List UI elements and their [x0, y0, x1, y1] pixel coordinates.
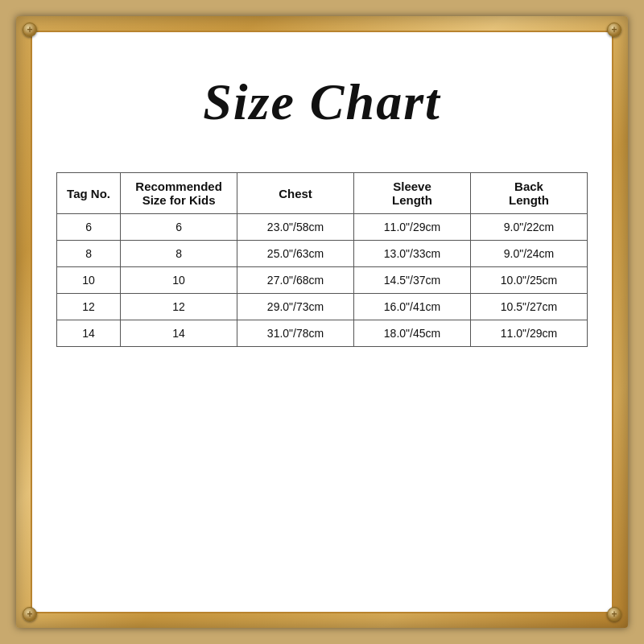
cell-chest: 23.0"/58cm [237, 214, 354, 241]
cell-tag: 14 [57, 320, 121, 347]
cell-recommended: 6 [121, 214, 237, 241]
cell-back: 10.5"/27cm [470, 294, 587, 320]
col-header-chest: Chest [237, 173, 354, 214]
content-area: Size Chart Tag No. Recommended Size for … [31, 31, 613, 613]
cell-tag: 6 [57, 214, 121, 241]
cell-sleeve: 16.0"/41cm [354, 294, 471, 320]
cell-tag: 8 [57, 241, 121, 267]
screw-bottom-right [607, 607, 621, 621]
screw-top-left [23, 23, 37, 37]
table-row: 8 8 25.0"/63cm 13.0"/33cm 9.0"/24cm [57, 241, 588, 267]
col-header-tag: Tag No. [57, 173, 121, 214]
cell-sleeve: 18.0"/45cm [354, 320, 471, 347]
table-row: 10 10 27.0"/68cm 14.5"/37cm 10.0"/25cm [57, 267, 588, 294]
screw-top-right [607, 23, 621, 37]
table-row: 6 6 23.0"/58cm 11.0"/29cm 9.0"/22cm [57, 214, 588, 241]
table-row: 12 12 29.0"/73cm 16.0"/41cm 10.5"/27cm [57, 294, 588, 320]
cell-recommended: 12 [121, 294, 237, 320]
cell-back: 9.0"/22cm [470, 214, 587, 241]
cell-chest: 31.0"/78cm [237, 320, 354, 347]
cell-recommended: 10 [121, 267, 237, 294]
cell-sleeve: 11.0"/29cm [354, 214, 471, 241]
cell-back: 9.0"/24cm [470, 241, 587, 267]
wooden-frame: Size Chart Tag No. Recommended Size for … [16, 16, 628, 628]
col-header-recommended: Recommended Size for Kids [121, 173, 237, 214]
table-row: 14 14 31.0"/78cm 18.0"/45cm 11.0"/29cm [57, 320, 588, 347]
cell-back: 10.0"/25cm [470, 267, 587, 294]
cell-recommended: 14 [121, 320, 237, 347]
cell-sleeve: 14.5"/37cm [354, 267, 471, 294]
cell-tag: 10 [57, 267, 121, 294]
cell-chest: 27.0"/68cm [237, 267, 354, 294]
page-title: Size Chart [203, 72, 441, 132]
cell-tag: 12 [57, 294, 121, 320]
cell-back: 11.0"/29cm [470, 320, 587, 347]
screw-bottom-left [23, 607, 37, 621]
cell-chest: 25.0"/63cm [237, 241, 354, 267]
cell-recommended: 8 [121, 241, 237, 267]
cell-chest: 29.0"/73cm [237, 294, 354, 320]
col-header-back: Back Length [470, 173, 587, 214]
size-chart-table: Tag No. Recommended Size for Kids Chest … [56, 172, 588, 347]
col-header-sleeve: Sleeve Length [354, 173, 471, 214]
cell-sleeve: 13.0"/33cm [354, 241, 471, 267]
